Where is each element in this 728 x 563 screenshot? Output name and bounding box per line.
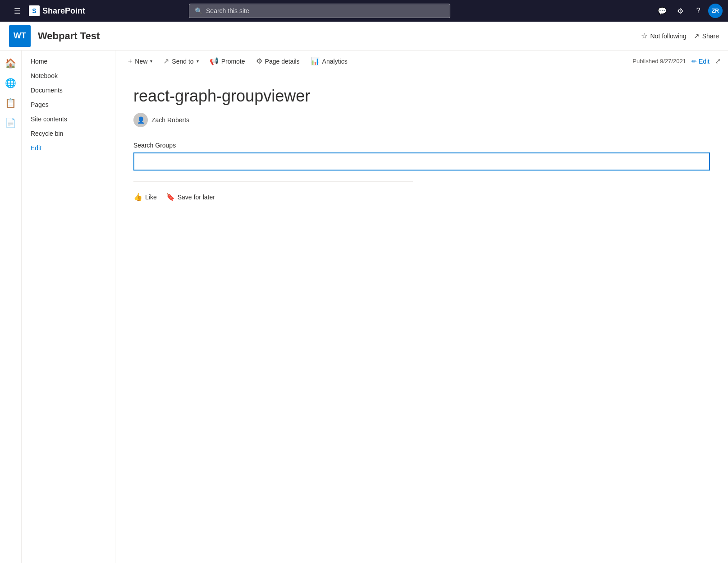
author-avatar: 👤 [133,113,148,127]
nav-item-edit[interactable]: Edit [22,141,115,155]
site-actions: ☆ Not following ↗ Share [641,32,719,40]
rail-feed-icon[interactable]: 📋 [2,94,20,112]
page-details-button[interactable]: ⚙ Page details [251,52,305,70]
promote-icon: 📢 [210,57,219,65]
settings-icon: ⚙ [677,7,683,15]
user-avatar[interactable]: ZR [708,4,723,18]
top-nav: ☰ S SharePoint 🔍 💬 ⚙ ? ZR [0,0,728,22]
nav-item-pages[interactable]: Pages [22,97,115,112]
author-row: 👤 Zach Roberts [133,113,710,127]
page-divider [133,181,413,182]
like-icon: 👍 [133,193,142,201]
edit-icon: ✏ [691,58,697,65]
search-icon: 🔍 [195,7,202,14]
search-groups-label: Search Groups [133,142,710,149]
left-nav: Home Notebook Documents Pages Site conte… [22,51,115,563]
new-icon: + [128,57,132,65]
chat-icon: 💬 [658,7,667,15]
top-nav-actions: 💬 ⚙ ? ZR [654,3,723,19]
site-logo: WT [9,25,31,47]
analytics-icon: 📊 [311,57,320,65]
star-icon: ☆ [641,32,647,40]
nav-item-site-contents[interactable]: Site contents [22,112,115,126]
new-button[interactable]: + New ▾ [123,52,158,70]
search-groups-input[interactable] [133,152,710,171]
page-content: react-graph-groupviewer 👤 Zach Roberts S… [115,72,728,216]
new-chevron-icon: ▾ [150,59,152,64]
send-to-chevron-icon: ▾ [197,59,199,64]
reactions-bar: 👍 Like 🔖 Save for later [133,193,710,201]
nav-item-notebook[interactable]: Notebook [22,69,115,83]
expand-icon: ⤢ [715,57,721,65]
search-input[interactable] [206,7,444,14]
like-button[interactable]: 👍 Like [133,193,157,201]
send-to-icon: ↗ [163,57,169,65]
app-rail: 🏠 🌐 📋 📄 [0,51,22,563]
rail-pages-icon[interactable]: 📄 [2,114,20,132]
published-text: Published 9/27/2021 [632,58,686,65]
help-button[interactable]: ? [690,3,706,19]
promote-button[interactable]: 📢 Promote [204,52,251,70]
not-following-button[interactable]: ☆ Not following [641,32,686,40]
chat-button[interactable]: 💬 [654,3,670,19]
site-title: Webpart Test [38,30,634,42]
author-avatar-icon: 👤 [137,116,145,124]
nav-item-home[interactable]: Home [22,54,115,69]
site-header: WT Webpart Test ☆ Not following ↗ Share [0,22,728,51]
save-for-later-button[interactable]: 🔖 Save for later [166,193,215,201]
expand-button[interactable]: ⤢ [715,57,721,65]
rail-globe-icon[interactable]: 🌐 [2,74,20,92]
hamburger-button[interactable]: ☰ [9,3,25,19]
main-layout: 🏠 🌐 📋 📄 Home Notebook Documents Pages Si… [0,51,728,563]
bookmark-icon: 🔖 [166,193,175,201]
page-details-icon: ⚙ [256,57,262,65]
content-area: + New ▾ ↗ Send to ▾ 📢 Promote ⚙ Page det… [115,51,728,563]
brand-name: SharePoint [42,6,85,16]
sp-icon: S [29,5,40,16]
command-bar: + New ▾ ↗ Send to ▾ 📢 Promote ⚙ Page det… [115,51,728,72]
send-to-button[interactable]: ↗ Send to ▾ [158,52,204,70]
nav-item-recycle-bin[interactable]: Recycle bin [22,126,115,141]
help-icon: ? [696,7,701,15]
share-icon: ↗ [694,32,700,40]
sharepoint-logo[interactable]: S SharePoint [29,5,85,16]
page-title: react-graph-groupviewer [133,87,710,106]
share-button[interactable]: ↗ Share [694,32,719,40]
rail-home-icon[interactable]: 🏠 [2,54,20,72]
nav-item-documents[interactable]: Documents [22,83,115,97]
published-info: Published 9/27/2021 ✏ Edit ⤢ [632,57,721,65]
analytics-button[interactable]: 📊 Analytics [305,52,353,70]
search-bar: 🔍 [189,4,450,18]
edit-button[interactable]: ✏ Edit [691,58,710,65]
settings-button[interactable]: ⚙ [672,3,688,19]
webpart-area: Search Groups [133,142,710,171]
author-name: Zach Roberts [151,116,189,124]
